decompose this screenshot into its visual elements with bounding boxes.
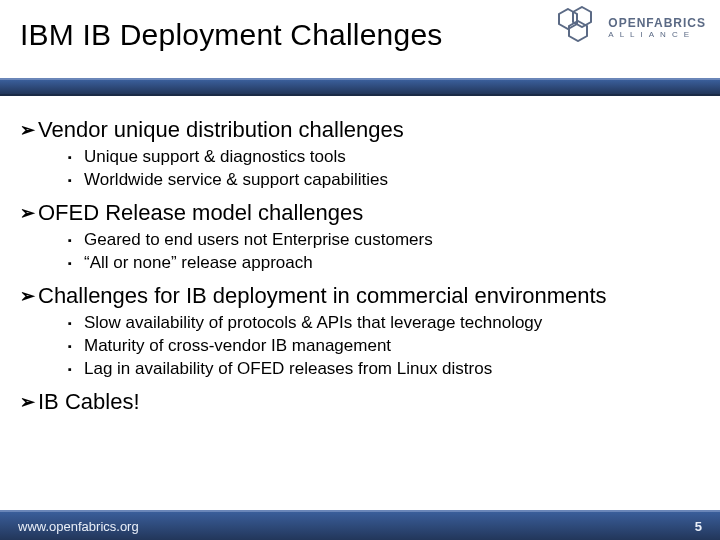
sub-bullet-item: ▪ Lag in availability of OFED releases f…	[68, 358, 700, 380]
logo-text-bottom: ALLIANCE	[608, 31, 706, 39]
sub-list: ▪ Unique support & diagnostics tools ▪ W…	[68, 146, 700, 191]
logo-text-top: OPENFABRICS	[608, 17, 706, 29]
sub-list: ▪ Geared to end users not Enterprise cus…	[68, 229, 700, 274]
square-bullet-icon: ▪	[68, 169, 84, 191]
sub-bullet-item: ▪ “All or none” release approach	[68, 252, 700, 274]
svg-marker-2	[569, 21, 587, 41]
sub-bullet-item: ▪ Maturity of cross-vendor IB management	[68, 335, 700, 357]
bullet-text: IB Cables!	[38, 388, 140, 416]
square-bullet-icon: ▪	[68, 229, 84, 251]
chevron-right-icon: ➢	[20, 116, 38, 144]
square-bullet-icon: ▪	[68, 358, 84, 380]
sub-bullet-text: Worldwide service & support capabilities	[84, 169, 388, 191]
bullet-item: ➢ OFED Release model challenges	[20, 199, 700, 227]
chevron-right-icon: ➢	[20, 388, 38, 416]
bullet-text: Vendor unique distribution challenges	[38, 116, 404, 144]
sub-bullet-text: Lag in availability of OFED releases fro…	[84, 358, 492, 380]
sub-bullet-text: Slow availability of protocols & APIs th…	[84, 312, 542, 334]
chevron-right-icon: ➢	[20, 282, 38, 310]
logo-text: OPENFABRICS ALLIANCE	[608, 17, 706, 39]
square-bullet-icon: ▪	[68, 146, 84, 168]
bullet-text: Challenges for IB deployment in commerci…	[38, 282, 607, 310]
sub-list: ▪ Slow availability of protocols & APIs …	[68, 312, 700, 380]
sub-bullet-text: Maturity of cross-vendor IB management	[84, 335, 391, 357]
sub-bullet-item: ▪ Worldwide service & support capabiliti…	[68, 169, 700, 191]
square-bullet-icon: ▪	[68, 312, 84, 334]
bullet-item: ➢ Challenges for IB deployment in commer…	[20, 282, 700, 310]
footer-bar: www.openfabrics.org 5	[0, 510, 720, 540]
chevron-right-icon: ➢	[20, 199, 38, 227]
sub-bullet-item: ▪ Unique support & diagnostics tools	[68, 146, 700, 168]
sub-bullet-text: Unique support & diagnostics tools	[84, 146, 346, 168]
slide: IBM IB Deployment Challenges OPENFABRICS…	[0, 0, 720, 540]
bullet-item: ➢ IB Cables!	[20, 388, 700, 416]
page-number: 5	[695, 519, 702, 534]
footer-url: www.openfabrics.org	[18, 519, 139, 534]
bullet-text: OFED Release model challenges	[38, 199, 363, 227]
square-bullet-icon: ▪	[68, 335, 84, 357]
openfabrics-logo: OPENFABRICS ALLIANCE	[558, 6, 706, 50]
content-body: ➢ Vendor unique distribution challenges …	[20, 110, 700, 492]
hexagon-cluster-icon	[558, 6, 602, 50]
square-bullet-icon: ▪	[68, 252, 84, 274]
sub-bullet-item: ▪ Slow availability of protocols & APIs …	[68, 312, 700, 334]
sub-bullet-text: Geared to end users not Enterprise custo…	[84, 229, 433, 251]
sub-bullet-text: “All or none” release approach	[84, 252, 313, 274]
sub-bullet-item: ▪ Geared to end users not Enterprise cus…	[68, 229, 700, 251]
bullet-item: ➢ Vendor unique distribution challenges	[20, 116, 700, 144]
title-underline-bar	[0, 78, 720, 96]
